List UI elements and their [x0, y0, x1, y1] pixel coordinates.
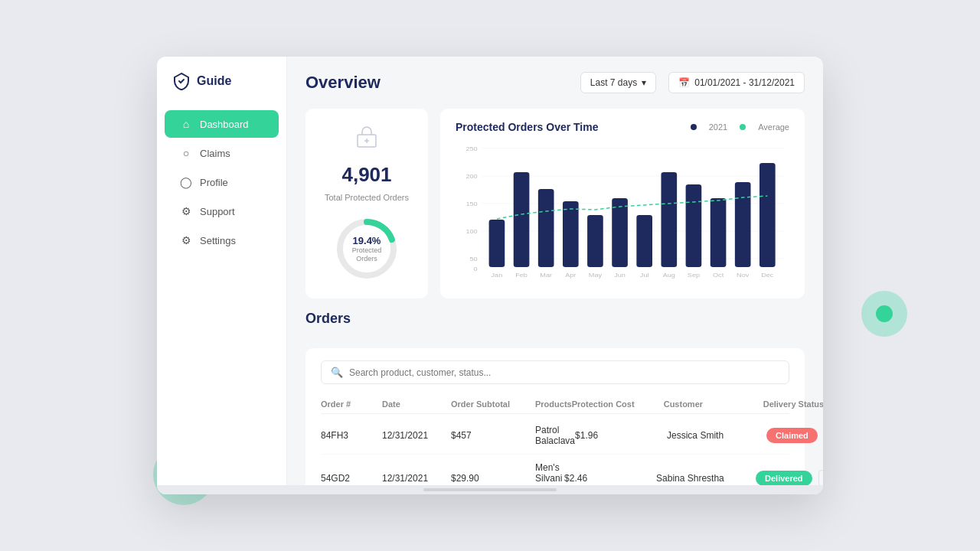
svg-text:Jun: Jun: [614, 272, 626, 279]
svg-rect-27: [760, 163, 776, 267]
table-row: 84FH3 12/31/2021 $457 Patrol Balaclava $…: [321, 417, 789, 455]
svg-text:Jan: Jan: [492, 272, 503, 279]
col-order-num: Order #: [321, 399, 382, 409]
search-input[interactable]: [349, 367, 779, 378]
order-customer-1: Jessica Smith: [667, 430, 766, 441]
svg-text:Dec: Dec: [761, 272, 774, 279]
nav-label-settings: Settings: [200, 235, 236, 246]
svg-rect-17: [514, 172, 530, 267]
order-date-1: 12/31/2021: [382, 430, 451, 441]
svg-text:Oct: Oct: [713, 272, 724, 279]
expand-button-2[interactable]: ⤢: [818, 470, 823, 485]
date-range-button[interactable]: 📅 01/01/2021 - 31/12/2021: [668, 72, 805, 93]
settings-icon: ⚙: [180, 234, 192, 246]
chart-header: Protected Orders Over Time 2021 Average: [456, 121, 789, 133]
svg-text:200: 200: [466, 173, 478, 180]
svg-rect-21: [612, 198, 628, 267]
svg-text:250: 250: [466, 145, 478, 152]
date-range-label: 01/01/2021 - 31/12/2021: [694, 77, 795, 88]
svg-text:100: 100: [466, 228, 478, 235]
cards-row: 4,901 Total Protected Orders: [305, 109, 805, 298]
order-products-2: Men's Silvani Anorak: [535, 462, 564, 485]
order-status-2: Delivered ⤢: [756, 470, 823, 485]
header: Overview Last 7 days ▾ 📅 01/01/2021 - 31…: [305, 72, 805, 93]
svg-text:0: 0: [474, 266, 478, 272]
sidebar-item-settings[interactable]: ⚙ Settings: [165, 227, 279, 254]
legend-dot-2021: [691, 124, 697, 130]
col-protection: Protection Cost: [572, 399, 664, 409]
sidebar-item-dashboard[interactable]: ⌂ Dashboard: [165, 110, 279, 138]
sidebar-item-support[interactable]: ⚙ Support: [165, 197, 279, 225]
sidebar-item-profile[interactable]: ◯ Profile: [165, 168, 279, 196]
box-icon: [353, 124, 381, 157]
nav-label-support: Support: [200, 206, 235, 217]
col-products: Products: [535, 399, 572, 409]
order-subtotal-2: $29.90: [451, 473, 535, 484]
claims-icon: ○: [180, 147, 192, 159]
svg-rect-22: [636, 215, 652, 267]
svg-rect-25: [710, 198, 727, 267]
svg-text:Aug: Aug: [663, 272, 676, 279]
svg-rect-26: [735, 182, 751, 267]
chart-area: 250 200 150 100 50 0: [456, 141, 789, 279]
chart-card: Protected Orders Over Time 2021 Average: [440, 109, 805, 298]
nav-label-claims: Claims: [200, 148, 230, 159]
svg-text:Feb: Feb: [515, 272, 528, 279]
svg-rect-16: [489, 220, 505, 267]
order-num-1: 84FH3: [321, 430, 382, 441]
svg-rect-23: [661, 172, 677, 267]
orders-table-container: 🔍 Order # Date Order Subtotal Products P…: [305, 348, 805, 485]
svg-text:Jul: Jul: [640, 272, 649, 279]
scrollbar-track[interactable]: [423, 488, 557, 491]
order-date-2: 12/31/2021: [382, 473, 451, 484]
logo-text: Guide: [197, 74, 231, 88]
filter-button[interactable]: Last 7 days ▾: [580, 72, 656, 93]
calendar-icon: 📅: [678, 77, 690, 88]
col-subtotal: Order Subtotal: [451, 399, 535, 409]
chart-title: Protected Orders Over Time: [456, 121, 598, 133]
table-header: Order # Date Order Subtotal Products Pro…: [321, 395, 789, 414]
svg-rect-18: [538, 189, 554, 267]
main-content: Overview Last 7 days ▾ 📅 01/01/2021 - 31…: [287, 57, 823, 485]
col-date: Date: [382, 399, 451, 409]
svg-text:May: May: [589, 272, 603, 279]
bg-decoration-2: [861, 291, 907, 337]
donut-percentage: 19.4%: [352, 235, 382, 246]
order-status-1: Claimed ⤢: [766, 427, 823, 444]
legend-dot-avg: [740, 124, 746, 130]
donut-label: ProtectedOrders: [352, 246, 382, 263]
support-icon: ⚙: [180, 205, 192, 217]
svg-text:Sep: Sep: [688, 272, 701, 279]
order-protection-2: $2.46: [564, 473, 656, 484]
profile-icon: ◯: [180, 176, 192, 188]
sidebar-item-claims[interactable]: ○ Claims: [165, 139, 279, 167]
svg-rect-24: [686, 184, 702, 267]
nav-label-profile: Profile: [200, 177, 228, 188]
col-customer: Customer: [664, 399, 763, 409]
legend-label-2021: 2021: [709, 122, 727, 132]
order-num-2: 54GD2: [321, 473, 382, 484]
svg-text:Mar: Mar: [540, 272, 552, 279]
status-badge-delivered: Delivered: [756, 471, 812, 485]
legend-label-avg: Average: [758, 122, 789, 132]
status-badge-claimed: Claimed: [766, 428, 818, 443]
logo-icon: [172, 72, 191, 90]
chart-svg: 250 200 150 100 50 0: [456, 141, 789, 279]
chevron-down-icon: ▾: [642, 77, 646, 88]
search-bar[interactable]: 🔍: [321, 360, 789, 384]
svg-rect-20: [587, 215, 603, 267]
orders-title: Orders: [305, 311, 351, 327]
app-container: Guide ⌂ Dashboard ○ Claims ◯ Profile ⚙ S…: [157, 57, 823, 485]
filter-label: Last 7 days: [590, 77, 637, 88]
stat-number: 4,901: [341, 163, 391, 187]
svg-text:Apr: Apr: [565, 272, 576, 279]
svg-rect-19: [563, 201, 579, 267]
stat-card: 4,901 Total Protected Orders: [305, 109, 428, 298]
order-customer-2: Sabina Shrestha: [656, 473, 756, 484]
order-subtotal-1: $457: [451, 430, 535, 441]
order-products-1: Patrol Balaclava: [535, 425, 575, 446]
nav-list: ⌂ Dashboard ○ Claims ◯ Profile ⚙ Support…: [157, 110, 286, 254]
scrollbar-area: [157, 485, 823, 494]
col-status: Delivery Status: [763, 399, 823, 409]
order-protection-1: $1.96: [575, 430, 667, 441]
